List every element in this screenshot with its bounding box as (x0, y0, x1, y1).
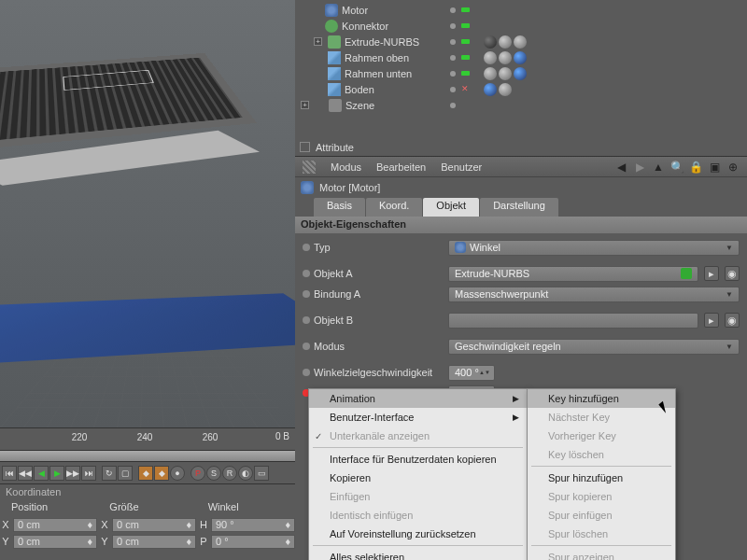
size-y-input[interactable]: 0 cm♦ (112, 535, 196, 549)
sub-spur-del[interactable]: Spur löschen (528, 525, 675, 543)
label-objB: Objekt B (314, 315, 353, 326)
ctx-copy-ui[interactable]: Interface für Benutzerdaten kopieren (309, 450, 527, 469)
goto-end-button[interactable]: ⏭ (81, 466, 96, 481)
range-button[interactable]: ▢ (118, 466, 133, 481)
tree-item-boden[interactable]: Boden (297, 81, 443, 97)
expand-icon[interactable]: + (314, 37, 322, 46)
sub-spur-paste[interactable]: Spur einfügen (528, 506, 675, 525)
tree-item-szene[interactable]: +Szene (297, 97, 443, 113)
panel-title: Attribute (316, 142, 354, 153)
field-winkel[interactable]: 400 °▲▼ (448, 365, 495, 381)
context-menu[interactable]: Animation▶ Benutzer-Interface▶ ✓Unterkan… (308, 388, 528, 560)
pos-x-input[interactable]: 0 cm♦ (13, 518, 97, 532)
label-objA: Objekt A (314, 268, 353, 279)
tree-item-nurbs[interactable]: +Extrude-NURBS (297, 34, 443, 49)
header-groesse: Größe (98, 501, 196, 516)
timeline-track[interactable] (0, 451, 295, 462)
sub-key-next[interactable]: Nächster Key (528, 408, 675, 427)
object-manager[interactable]: Motor Konnektor +Extrude-NURBS Rahmen ob… (295, 0, 747, 138)
field-typ[interactable]: Winkel▼ (448, 240, 740, 256)
tree-item-konnektor[interactable]: Konnektor (297, 18, 443, 34)
rot-h-input[interactable]: 90 °♦ (211, 518, 295, 532)
nav-fwd-icon[interactable]: ▶ (633, 161, 646, 174)
key-rot-button[interactable]: R (222, 466, 237, 481)
nav-up-icon[interactable]: ▲ (652, 161, 665, 174)
size-x-input[interactable]: 0 cm♦ (112, 518, 196, 532)
label-modus: Modus (314, 341, 345, 352)
menu-benutzer[interactable]: Benutzer (441, 161, 482, 173)
frame-readout: 0 B (275, 431, 289, 441)
field-bindA[interactable]: Massenschwerpunkt▼ (448, 287, 740, 302)
tree-item-motor[interactable]: Motor (297, 2, 443, 18)
visibility-dots[interactable]: ✕ (444, 0, 482, 138)
ctx-reset[interactable]: Auf Voreinstellung zurücksetzen (309, 525, 527, 543)
rot-p-input[interactable]: 0 °♦ (211, 535, 295, 549)
sub-key-del[interactable]: Key löschen (528, 445, 675, 464)
menu-modus[interactable]: Modus (331, 161, 361, 173)
new-icon[interactable]: ▣ (708, 161, 721, 174)
add-icon[interactable]: ⊕ (726, 161, 740, 174)
tab-basis[interactable]: Basis (314, 198, 365, 217)
nav-back-icon[interactable]: ◀ (614, 161, 627, 174)
konnektor-icon (325, 20, 338, 33)
field-objA[interactable]: Extrude-NURBS (448, 266, 698, 282)
sub-spur-copy[interactable]: Spur kopieren (528, 487, 675, 506)
tree-item-rahmen-oben[interactable]: Rahmen oben (297, 49, 443, 65)
sub-key-add[interactable]: Key hinzufügen (528, 389, 675, 408)
label-winkel: Winkelzielgeschwindigkeit (314, 367, 432, 378)
key-scale-button[interactable]: S (206, 466, 221, 481)
material-tags[interactable] (482, 0, 747, 138)
label-typ: Typ (314, 242, 331, 253)
expand-icon[interactable]: + (301, 101, 309, 109)
sub-key-prev[interactable]: Vorheriger Key (528, 427, 675, 445)
context-submenu-animation[interactable]: Key hinzufügen Nächster Key Vorheriger K… (527, 388, 676, 560)
record-button[interactable]: ◆ (138, 466, 153, 481)
ctx-kopieren[interactable]: Kopieren (309, 469, 527, 487)
tab-koord[interactable]: Koord. (366, 198, 422, 217)
pos-y-input[interactable]: 0 cm♦ (13, 535, 97, 549)
key-pla-button[interactable]: ▭ (254, 466, 269, 481)
timeline-ruler[interactable]: 220 240 260 0 B (0, 428, 295, 451)
target-button[interactable]: ◉ (725, 313, 740, 328)
search-icon[interactable]: 🔍 (670, 161, 684, 174)
viewport-3d[interactable] (0, 0, 295, 427)
tab-objekt[interactable]: Objekt (423, 198, 479, 217)
field-objB[interactable] (448, 313, 698, 329)
play-back-button[interactable]: ◀ (34, 466, 49, 481)
autokey-button[interactable]: ◆ (154, 466, 169, 481)
ctx-animation[interactable]: Animation▶ (309, 389, 527, 408)
loop-button[interactable]: ↻ (102, 466, 117, 481)
tree-item-rahmen-unten[interactable]: Rahmen unten (297, 65, 443, 81)
picker-button[interactable]: ▸ (704, 313, 719, 328)
sub-spur-show[interactable]: Spur anzeigen (528, 548, 675, 560)
cube-icon (328, 51, 341, 64)
ctx-unterkanaele[interactable]: ✓Unterkanäle anzeigen (309, 427, 527, 445)
playback-controls: ⏮ ◀◀ ◀ ▶ ▶▶ ⏭ ↻ ▢ ◆ ◆ ● P S R ◐ ▭ (0, 462, 295, 484)
grip-icon[interactable] (303, 161, 316, 174)
header-winkel: Winkel (197, 501, 295, 516)
play-fwd-button[interactable]: ▶ (49, 466, 64, 481)
ctx-einfuegen[interactable]: Einfügen (309, 487, 527, 506)
picker-button[interactable]: ▸ (704, 266, 719, 281)
ctx-interface[interactable]: Benutzer-Interface▶ (309, 408, 527, 427)
ctx-alles[interactable]: Alles selektieren (309, 548, 527, 560)
lock-icon[interactable]: 🔒 (689, 161, 702, 174)
scene-icon (329, 99, 342, 112)
ctx-identisch[interactable]: Identisch einfügen (309, 506, 527, 525)
goto-start-button[interactable]: ⏮ (2, 466, 17, 481)
sub-spur-add[interactable]: Spur hinzufügen (528, 469, 675, 487)
prev-key-button[interactable]: ◀◀ (18, 466, 33, 481)
tab-darstellung[interactable]: Darstellung (480, 198, 558, 217)
target-button[interactable]: ◉ (725, 266, 740, 281)
link-icon[interactable] (681, 268, 692, 279)
menu-bearbeiten[interactable]: Bearbeiten (376, 161, 426, 173)
keyframe-button[interactable]: ● (170, 466, 185, 481)
key-pos-button[interactable]: P (190, 466, 205, 481)
next-key-button[interactable]: ▶▶ (65, 466, 80, 481)
field-modus[interactable]: Geschwindigkeit regeln▼ (448, 339, 740, 355)
motor-icon (301, 181, 314, 194)
header-position: Position (0, 501, 98, 516)
key-param-button[interactable]: ◐ (238, 466, 253, 481)
attribute-panel-header: Attribute (295, 138, 747, 157)
panel-toggle-icon[interactable] (300, 142, 310, 152)
